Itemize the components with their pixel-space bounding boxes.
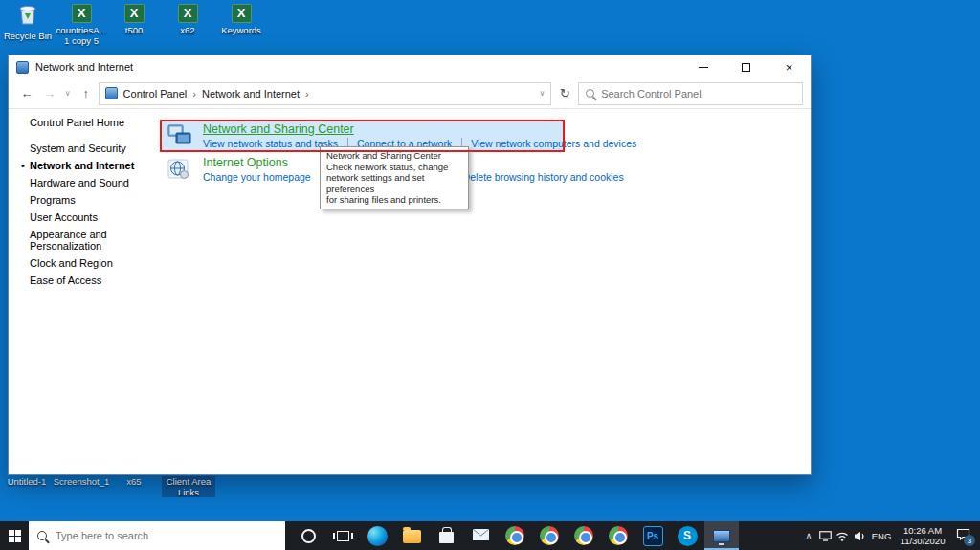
notification-badge: 3 bbox=[964, 535, 975, 546]
sidebar-item-programs[interactable]: Programs bbox=[30, 194, 158, 206]
taskbar-mail[interactable] bbox=[463, 521, 498, 550]
desktop-icon-recycle-bin[interactable]: Recycle Bin bbox=[2, 4, 54, 41]
minimize-icon bbox=[699, 67, 708, 68]
taskbar: Ps S ∧ ENG 10:26 AM 11/30/2020 bbox=[0, 521, 980, 550]
search-icon bbox=[586, 89, 594, 98]
wifi-icon[interactable] bbox=[834, 531, 851, 541]
excel-file-icon: X bbox=[232, 4, 252, 23]
taskbar-chrome-3[interactable] bbox=[567, 521, 601, 550]
desktop-icon-untitled[interactable]: Untitled-1 bbox=[2, 476, 52, 487]
taskbar-store[interactable] bbox=[429, 521, 463, 550]
network-status-icon[interactable] bbox=[816, 531, 834, 541]
sidebar-item-clock-region[interactable]: Clock and Region bbox=[30, 257, 158, 269]
start-button[interactable] bbox=[0, 521, 29, 550]
internet-options-icon bbox=[167, 158, 190, 185]
close-icon: × bbox=[786, 61, 793, 74]
chrome-icon bbox=[574, 526, 593, 545]
link-change-homepage[interactable]: Change your homepage bbox=[203, 171, 311, 183]
desktop-icon-keywords[interactable]: X Keywords bbox=[215, 4, 267, 35]
desktop-icon-countries-file[interactable]: X countriesA... 1 copy 5 bbox=[56, 4, 107, 46]
task-view-icon bbox=[337, 531, 349, 541]
chrome-icon bbox=[540, 526, 559, 545]
search-icon bbox=[37, 531, 47, 540]
tooltip: Network and Sharing Center Check network… bbox=[320, 146, 469, 209]
sidebar-item-hardware-sound[interactable]: Hardware and Sound bbox=[30, 177, 158, 188]
forward-button[interactable]: → bbox=[39, 86, 60, 100]
taskbar-photoshop[interactable]: Ps bbox=[635, 521, 670, 550]
network-sharing-center-link[interactable]: Network and Sharing Center bbox=[203, 122, 354, 136]
taskbar-cortana[interactable] bbox=[291, 521, 325, 550]
taskbar-edge[interactable] bbox=[360, 521, 394, 550]
taskbar-file-explorer[interactable] bbox=[394, 521, 429, 550]
breadcrumb-control-panel[interactable]: Control Panel bbox=[123, 88, 188, 99]
taskbar-apps: Ps S bbox=[291, 521, 739, 550]
desktop-icon-label: Recycle Bin bbox=[4, 31, 52, 41]
sidebar-item-network-internet[interactable]: Network and Internet bbox=[30, 160, 158, 171]
minimize-button[interactable] bbox=[681, 55, 724, 78]
taskbar-chrome-2[interactable] bbox=[532, 521, 567, 550]
tooltip-text: network settings and set preferences bbox=[326, 172, 462, 194]
excel-letter: X bbox=[124, 4, 145, 23]
desktop-icon-client-area-links[interactable]: Client Area Links bbox=[162, 476, 215, 497]
address-dropdown[interactable]: ∨ bbox=[539, 89, 545, 98]
desktop-icon-t500[interactable]: X t500 bbox=[108, 4, 160, 35]
desktop-icon-label: t500 bbox=[125, 25, 144, 35]
clock[interactable]: 10:26 AM 11/30/2020 bbox=[895, 525, 950, 546]
volume-icon[interactable] bbox=[851, 531, 868, 541]
window-title: Network and Internet bbox=[35, 61, 133, 73]
taskbar-search-box[interactable] bbox=[29, 521, 285, 550]
desktop: Recycle Bin X countriesA... 1 copy 5 X t… bbox=[0, 0, 980, 550]
desktop-icon-x65[interactable]: x65 bbox=[113, 476, 155, 487]
search-input[interactable] bbox=[601, 88, 795, 99]
tooltip-text: Check network status, change bbox=[326, 162, 462, 173]
taskbar-skype[interactable]: S bbox=[670, 521, 704, 550]
system-tray: ∧ ENG 10:26 AM 11/30/2020 3 bbox=[801, 521, 980, 550]
recycle-bin-icon bbox=[18, 4, 37, 29]
internet-options-link[interactable]: Internet Options bbox=[203, 156, 288, 169]
desktop-icon-screenshot[interactable]: Screenshot_1 bbox=[53, 476, 110, 487]
excel-letter: X bbox=[232, 4, 252, 23]
skype-icon: S bbox=[678, 526, 698, 546]
close-button[interactable]: × bbox=[768, 55, 811, 78]
notification-button[interactable]: 3 bbox=[950, 527, 975, 544]
control-panel-search-box[interactable] bbox=[578, 82, 803, 105]
excel-letter: X bbox=[72, 4, 92, 23]
sidebar-item-system-security[interactable]: System and Security bbox=[30, 143, 158, 154]
photoshop-icon: Ps bbox=[643, 526, 663, 546]
taskbar-chrome-4[interactable] bbox=[601, 521, 635, 550]
desktop-icon-x62[interactable]: X x62 bbox=[162, 4, 213, 35]
sidebar-item-home[interactable]: Control Panel Home bbox=[30, 117, 158, 128]
maximize-button[interactable] bbox=[724, 55, 768, 78]
file-explorer-icon bbox=[403, 530, 421, 543]
title-bar: Network and Internet × bbox=[9, 55, 811, 78]
taskbar-control-panel-active[interactable] bbox=[704, 521, 739, 550]
window-icon bbox=[16, 61, 29, 74]
mail-icon bbox=[473, 527, 489, 544]
link-view-network-computers[interactable]: View network computers and devices bbox=[461, 138, 636, 149]
tooltip-title: Network and Sharing Center bbox=[326, 150, 462, 162]
refresh-button[interactable]: ↻ bbox=[553, 86, 576, 100]
address-bar[interactable]: Control Panel › Network and Internet › ∨ bbox=[99, 82, 552, 105]
back-button[interactable]: ← bbox=[16, 86, 37, 100]
chevron-icon: › bbox=[192, 88, 196, 99]
desktop-icon-label: Keywords bbox=[221, 25, 261, 35]
recent-pages-dropdown[interactable]: ∨ bbox=[62, 89, 74, 98]
breadcrumb-network-and-internet[interactable]: Network and Internet bbox=[202, 88, 300, 99]
windows-logo-icon bbox=[9, 530, 21, 542]
tooltip-text: for sharing files and printers. bbox=[326, 194, 462, 206]
sidebar-item-ease-of-access[interactable]: Ease of Access bbox=[30, 275, 158, 286]
hidden-icons-chevron[interactable]: ∧ bbox=[801, 531, 816, 540]
sidebar-item-appearance-personalization[interactable]: Appearance and Personalization bbox=[30, 229, 129, 252]
taskbar-chrome-1[interactable] bbox=[498, 521, 532, 550]
desktop-icon-label: x62 bbox=[180, 25, 194, 35]
sidebar-item-user-accounts[interactable]: User Accounts bbox=[30, 211, 158, 223]
taskbar-task-view[interactable] bbox=[325, 521, 360, 550]
language-indicator[interactable]: ENG bbox=[868, 531, 895, 541]
control-panel-icon bbox=[105, 87, 118, 99]
date-text: 11/30/2020 bbox=[895, 536, 950, 546]
taskbar-search-input[interactable] bbox=[56, 530, 277, 541]
navigation-bar: ← → ∨ ↑ Control Panel › Network and Inte… bbox=[9, 78, 811, 109]
link-view-network-status[interactable]: View network status and tasks bbox=[203, 138, 338, 149]
up-button[interactable]: ↑ bbox=[76, 86, 97, 100]
link-delete-browsing-history[interactable]: Delete browsing history and cookies bbox=[454, 171, 624, 183]
